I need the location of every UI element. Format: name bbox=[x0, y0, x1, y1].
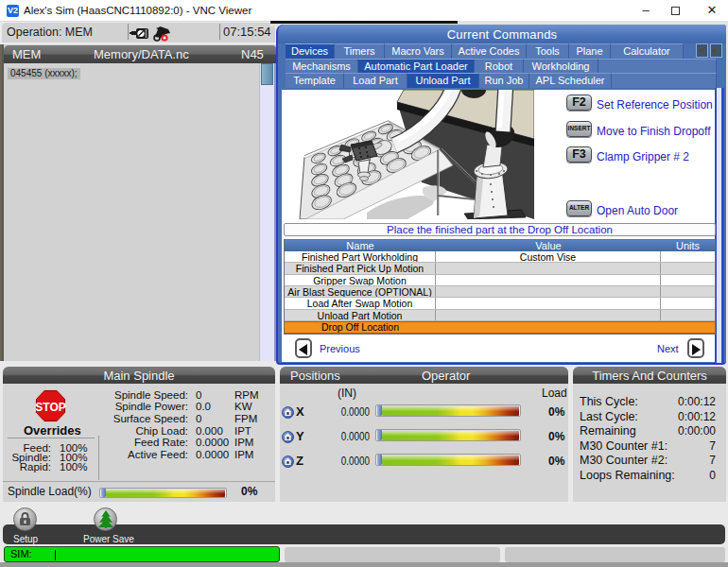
svg-text:STOP: STOP bbox=[35, 401, 65, 414]
